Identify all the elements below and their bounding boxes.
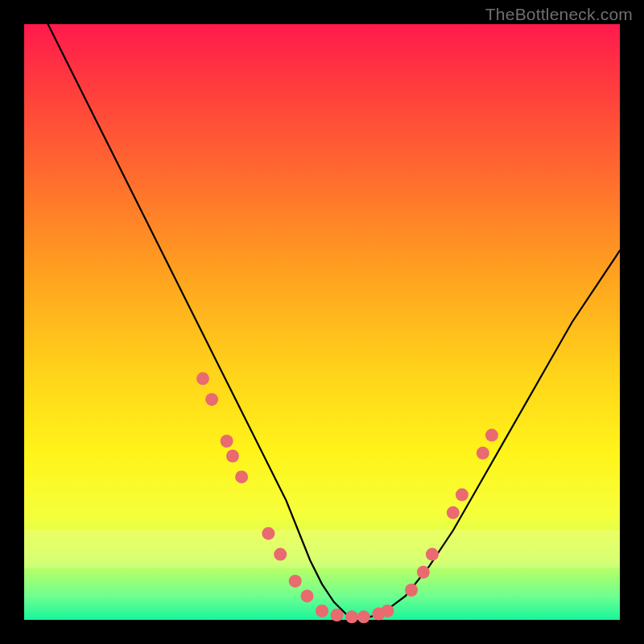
marker-point [456, 489, 469, 502]
bottleneck-curve [48, 24, 620, 617]
marker-point [316, 605, 328, 617]
marker-point [405, 584, 418, 597]
marker-point [477, 447, 489, 460]
marker-point [417, 566, 430, 579]
marker-point [381, 605, 394, 617]
marker-point [235, 470, 248, 483]
marker-point [226, 450, 239, 463]
curve-layer [24, 24, 620, 620]
marker-point [262, 527, 275, 540]
marker-point [221, 435, 233, 448]
marker-point [331, 609, 344, 621]
marker-point [345, 610, 358, 623]
marker-point [485, 429, 498, 442]
marker-point [205, 393, 218, 406]
marker-point [357, 610, 370, 623]
marker-point [426, 548, 439, 561]
marker-point [196, 372, 209, 385]
chart-frame: TheBottleneck.com [0, 0, 644, 644]
marker-point [274, 548, 287, 561]
marker-point [289, 575, 302, 588]
marker-point [447, 506, 460, 519]
watermark-text: TheBottleneck.com [485, 5, 633, 24]
marker-point [301, 589, 314, 602]
